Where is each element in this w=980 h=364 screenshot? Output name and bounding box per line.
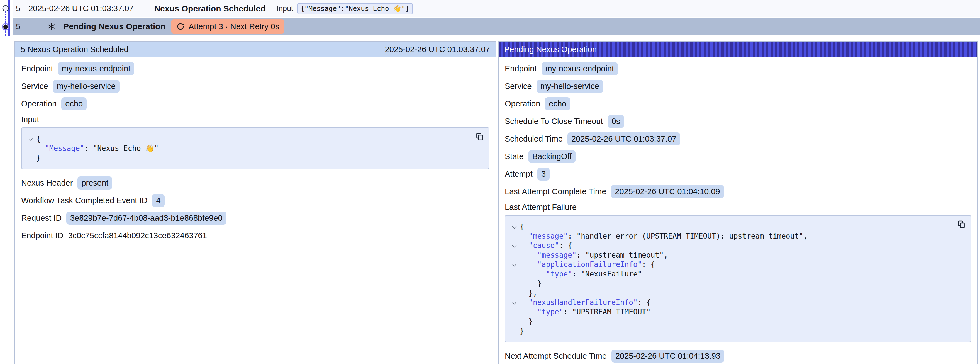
code-text: } <box>520 317 533 326</box>
field-row: Endpointmy-nexus-endpoint <box>21 62 490 75</box>
left-panel-timestamp: 2025-02-26 UTC 01:03:37.07 <box>385 45 490 54</box>
field-label: Operation <box>505 99 540 109</box>
code-line: { <box>25 134 469 144</box>
code-text: "message": "handler error (UPSTREAM_TIME… <box>520 231 808 241</box>
code-text: "type": "NexusFailure" <box>520 269 642 279</box>
pending-id-link[interactable]: 5 <box>16 22 20 31</box>
input-section-label: Input <box>21 115 490 124</box>
field-label: Attempt <box>505 169 533 179</box>
field-row: Servicemy-hello-service <box>21 80 490 93</box>
code-text: { <box>36 134 41 144</box>
field-value-badge: 2025-02-26 UTC 01:04:13.93 <box>611 350 724 362</box>
field-value-link[interactable]: 3c0c75ccfa8144b092c13ce632463761 <box>68 231 207 240</box>
code-text: "applicationFailureInfo": { <box>520 260 655 269</box>
input-json-lines: { "Message": "Nexus Echo 👋"} <box>25 134 469 163</box>
field-row: Schedule To Close Timeout0s <box>505 115 971 128</box>
field-row: Scheduled Time2025-02-26 UTC 01:03:37.07 <box>505 133 971 145</box>
code-line: "type": "UPSTREAM_TIMEOUT" <box>509 307 951 317</box>
temporal-event-history-view: 5 2025-02-26 UTC 01:03:37.07 Nexus Opera… <box>0 0 980 364</box>
field-label: Endpoint <box>505 64 537 73</box>
code-gutter <box>509 269 520 279</box>
field-row: Next Attempt Schedule Time2025-02-26 UTC… <box>505 350 971 362</box>
code-line: }, <box>509 288 951 298</box>
field-label: Service <box>21 81 48 91</box>
code-gutter <box>509 288 520 298</box>
field-value-badge: my-hello-service <box>53 80 119 93</box>
field-label: Endpoint ID <box>21 231 64 240</box>
code-text: } <box>520 279 541 288</box>
panel-pending-nexus-operation: Pending Nexus Operation Endpointmy-nexus… <box>498 41 978 364</box>
code-line: "nexusHandlerFailureInfo": { <box>509 298 951 307</box>
event-input-chip[interactable]: {"Message":"Nexus Echo 👋"} <box>297 3 413 14</box>
field-label: Last Attempt Complete Time <box>505 187 606 196</box>
collapse-chevron-icon[interactable] <box>512 243 517 248</box>
copy-button[interactable] <box>475 132 484 141</box>
right-fields: Endpointmy-nexus-endpointServicemy-hello… <box>505 62 971 198</box>
code-text: "nexusHandlerFailureInfo": { <box>520 298 651 307</box>
code-text: "message": "upstream timeout", <box>520 250 668 260</box>
field-value-badge: 3e829b7e-7d67-4b08-aad3-b1e868bfe9e0 <box>66 212 226 225</box>
code-gutter <box>509 317 520 326</box>
field-label: Scheduled Time <box>505 134 563 144</box>
field-value-badge: 2025-02-26 UTC 01:03:37.07 <box>568 133 680 145</box>
code-text: } <box>36 153 41 163</box>
field-value-badge: 4 <box>152 194 164 207</box>
code-gutter <box>25 153 36 163</box>
code-text: "Message": "Nexus Echo 👋" <box>36 144 159 153</box>
code-line: { <box>509 222 951 231</box>
code-text: "cause": { <box>520 241 572 250</box>
field-row: Operationecho <box>21 97 490 110</box>
collapse-chevron-icon[interactable] <box>29 137 33 141</box>
code-line: "type": "NexusFailure" <box>509 269 951 279</box>
failure-json-lines: { "message": "handler error (UPSTREAM_TI… <box>509 222 951 335</box>
code-line: "cause": { <box>509 241 951 250</box>
code-gutter <box>509 241 520 250</box>
field-label: Workflow Task Completed Event ID <box>21 196 147 205</box>
event-timestamp: 2025-02-26 UTC 01:03:37.07 <box>29 4 134 13</box>
right-fields-after: Next Attempt Schedule Time2025-02-26 UTC… <box>505 350 971 362</box>
copy-button[interactable] <box>956 220 966 229</box>
collapse-chevron-icon[interactable] <box>512 300 517 305</box>
field-label: Request ID <box>21 214 62 223</box>
right-panel-body: Endpointmy-nexus-endpointServicemy-hello… <box>499 57 977 364</box>
field-value-badge: present <box>78 176 112 190</box>
code-line: } <box>509 317 951 326</box>
collapse-chevron-icon[interactable] <box>512 262 517 267</box>
event-row-scheduled[interactable]: 5 2025-02-26 UTC 01:03:37.07 Nexus Opera… <box>13 0 980 17</box>
collapse-chevron-icon[interactable] <box>512 224 517 229</box>
asterisk-icon <box>46 22 56 31</box>
field-value-badge: 3 <box>537 168 550 180</box>
field-label: Service <box>505 81 532 91</box>
right-panel-header: Pending Nexus Operation <box>499 42 977 57</box>
event-input-label: Input <box>277 4 293 13</box>
code-gutter <box>509 250 520 260</box>
field-value-badge: my-nexus-endpoint <box>541 62 618 75</box>
left-panel-body: Endpointmy-nexus-endpointServicemy-hello… <box>15 57 496 252</box>
field-label: Operation <box>21 99 57 109</box>
failure-json-viewer: { "message": "handler error (UPSTREAM_TI… <box>505 215 971 342</box>
left-fields-top: Endpointmy-nexus-endpointServicemy-hello… <box>21 62 490 110</box>
code-gutter <box>509 298 520 307</box>
event-id-link[interactable]: 5 <box>16 4 20 13</box>
timeline-open-circle-icon <box>2 5 9 13</box>
attempt-retry-badge: Attempt 3 · Next Retry 0s <box>171 19 285 34</box>
code-gutter <box>509 231 520 241</box>
panel-nexus-operation-scheduled: 5 Nexus Operation Scheduled 2025-02-26 U… <box>14 41 496 364</box>
code-line: } <box>509 326 951 335</box>
timeline-filled-dot-icon <box>2 23 10 32</box>
failure-section-label: Last Attempt Failure <box>505 203 971 212</box>
field-label: Schedule To Close Timeout <box>505 117 603 126</box>
code-gutter <box>509 260 520 269</box>
code-gutter <box>509 307 520 317</box>
code-gutter <box>25 144 36 153</box>
field-row: Nexus Headerpresent <box>21 176 490 190</box>
field-row: StateBackingOff <box>505 150 971 163</box>
field-row: Servicemy-hello-service <box>505 80 971 93</box>
field-value-badge: echo <box>545 97 570 110</box>
field-row: Request ID3e829b7e-7d67-4b08-aad3-b1e868… <box>21 212 490 225</box>
field-row: Attempt3 <box>505 168 971 180</box>
event-title: Nexus Operation Scheduled <box>154 4 266 13</box>
code-text: }, <box>520 288 537 298</box>
event-row-pending[interactable]: 5 Pending Nexus Operation Attempt 3 · Ne… <box>13 18 980 35</box>
field-label: Next Attempt Schedule Time <box>505 351 607 361</box>
